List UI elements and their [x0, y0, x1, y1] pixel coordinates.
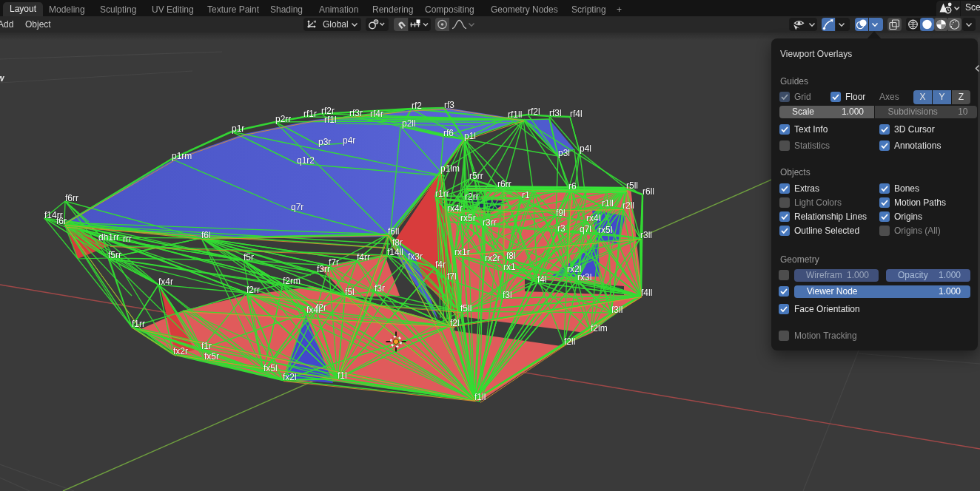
svg-text:fx3r: fx3r [408, 251, 423, 262]
svg-text:fx2r: fx2r [173, 346, 188, 356]
svg-text:f6r: f6r [56, 216, 67, 226]
svg-text:rf3r: rf3r [349, 108, 363, 118]
svg-text:f3rr: f3rr [317, 264, 330, 274]
svg-text:f5r: f5r [244, 252, 254, 263]
svg-text:rx4l: rx4l [586, 213, 600, 223]
svg-text:r5rr: r5rr [469, 171, 483, 181]
svg-text:q7l: q7l [580, 224, 591, 234]
svg-text:f6rr: f6rr [65, 193, 78, 203]
svg-text:f1rr: f1rr [132, 319, 145, 329]
svg-text:rx2r: rx2r [485, 253, 500, 263]
svg-text:r1ll: r1ll [602, 198, 614, 209]
svg-text:fx2l: fx2l [283, 372, 297, 382]
svg-text:r2rr: r2rr [465, 192, 479, 202]
svg-text:rf2: rf2 [412, 101, 422, 111]
svg-text:fx5l: fx5l [264, 363, 278, 373]
svg-text:f4ll: f4ll [641, 288, 652, 298]
svg-text:r6ll: r6ll [642, 186, 654, 197]
svg-text:rx5r: rx5r [460, 213, 476, 223]
svg-text:r3ll: r3ll [640, 230, 652, 240]
svg-text:f2ll: f2ll [564, 336, 575, 347]
svg-text:r1: r1 [522, 190, 530, 200]
svg-text:f1l: f1l [338, 370, 347, 381]
svg-text:f8r: f8r [392, 237, 403, 248]
svg-text:f7l: f7l [447, 271, 457, 282]
svg-text:rf3l: rf3l [549, 108, 562, 118]
svg-text:rf1l: rf1l [324, 115, 337, 125]
svg-text:f7r: f7r [329, 257, 339, 268]
svg-text:r3: r3 [557, 223, 565, 234]
svg-text:fx4r: fx4r [158, 277, 173, 287]
svg-text:rf1ll: rf1ll [508, 109, 522, 120]
svg-text:f6ll: f6ll [388, 226, 399, 237]
svg-text:r2ll: r2ll [622, 200, 634, 211]
svg-text:p2rr: p2rr [275, 114, 291, 124]
svg-text:p3l: p3l [558, 148, 570, 158]
svg-text:w: w [0, 73, 4, 84]
svg-text:fx5r: fx5r [204, 351, 219, 362]
svg-text:rf6: rf6 [443, 128, 454, 138]
svg-text:f9l: f9l [556, 208, 565, 218]
svg-text:f6l: f6l [201, 230, 211, 240]
svg-text:f14ll: f14ll [387, 247, 403, 257]
svg-text:p4r: p4r [343, 135, 355, 146]
svg-text:f8l: f8l [506, 251, 516, 261]
svg-text:f4rr: f4rr [357, 252, 370, 263]
svg-text:f3r: f3r [375, 283, 385, 294]
svg-text:p1r: p1r [232, 123, 244, 134]
svg-text:p4l: p4l [580, 143, 591, 154]
svg-text:p3r: p3r [318, 137, 331, 147]
svg-text:f1ll: f1ll [474, 392, 486, 402]
svg-text:f2rr: f2rr [246, 285, 260, 295]
svg-text:q1r2: q1r2 [297, 155, 315, 166]
svg-text:r6rr: r6rr [497, 179, 511, 189]
svg-text:rrr: rrr [123, 234, 132, 244]
svg-text:rf3: rf3 [444, 100, 454, 110]
svg-text:rx1r: rx1r [454, 247, 470, 257]
svg-text:p1rm: p1rm [172, 151, 192, 161]
svg-text:f1r: f1r [201, 341, 212, 351]
svg-text:r1rr: r1rr [435, 189, 449, 199]
svg-text:rx1: rx1 [503, 262, 516, 272]
svg-text:q7r: q7r [291, 202, 303, 212]
svg-text:f2lm: f2lm [591, 323, 608, 333]
svg-text:rx4r: rx4r [447, 203, 463, 214]
svg-text:f2rm: f2rm [283, 276, 301, 286]
svg-text:rf1r: rf1r [303, 109, 317, 119]
svg-text:fx4l: fx4l [306, 305, 320, 315]
svg-text:f5l: f5l [345, 287, 355, 297]
svg-text:f4r: f4r [435, 260, 446, 270]
svg-text:rx3l: rx3l [577, 272, 591, 282]
svg-text:f3l: f3l [503, 290, 512, 300]
svg-text:p1lm: p1lm [440, 163, 460, 174]
svg-text:f5rr: f5rr [108, 250, 121, 260]
svg-text:r3rr: r3rr [483, 217, 497, 228]
svg-text:f2l: f2l [450, 318, 460, 328]
svg-text:p2ll: p2ll [402, 118, 416, 129]
svg-text:rf4r: rf4r [370, 109, 383, 119]
svg-text:f5ll: f5ll [460, 303, 471, 314]
svg-text:f3ll: f3ll [611, 305, 622, 315]
svg-text:r6: r6 [568, 181, 577, 192]
svg-text:rf4l: rf4l [570, 109, 583, 119]
svg-text:f4l: f4l [537, 274, 547, 285]
svg-text:dh1rr: dh1rr [98, 232, 119, 243]
svg-text:rf2l: rf2l [528, 106, 540, 117]
svg-text:p1l: p1l [464, 131, 476, 141]
svg-text:r5ll: r5ll [626, 180, 638, 191]
svg-text:rx5l: rx5l [598, 225, 612, 235]
